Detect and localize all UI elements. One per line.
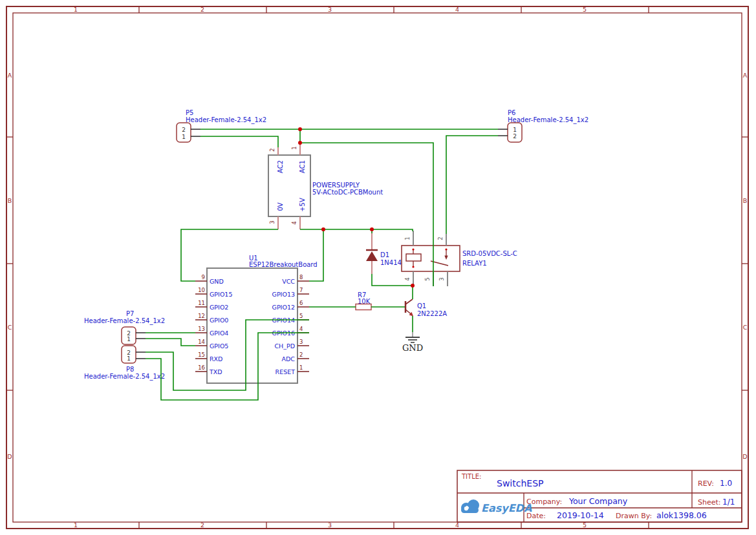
psu-ref[interactable]: POWERSUPPLY	[312, 182, 360, 189]
relay1-value[interactable]: SRD-05VDC-SL-C	[462, 250, 517, 257]
easyeda-logo: EasyEDA	[461, 499, 532, 514]
col-label-3-bottom: 3	[328, 521, 332, 529]
component-p8[interactable]: 2 1 P8 Header-Female-2.54_1x2	[84, 346, 165, 381]
row-label-b-right: B	[743, 197, 748, 204]
schematic-sheet[interactable]: 1 2 3 4 5 1 2 3 4 5 A B C D A B C D TITL…	[0, 0, 756, 535]
wire[interactable]	[300, 229, 413, 231]
q1-ref[interactable]: Q1	[417, 302, 426, 309]
wire[interactable]	[200, 136, 278, 147]
p7-pin-1: 1	[127, 336, 131, 342]
u1-pin-num-2: 2	[299, 351, 303, 358]
d1-ref[interactable]: D1	[380, 251, 389, 258]
p7-ref[interactable]: P7	[126, 310, 134, 317]
u1-pin-rxd: RXD	[210, 355, 222, 362]
col-label-2-top: 2	[200, 6, 204, 13]
sheet-value[interactable]: 1/1	[722, 498, 735, 507]
psu-pin-name-ac1: AC1	[299, 160, 306, 173]
junction-dot	[370, 227, 374, 231]
relay-pin-num-4: 4	[404, 277, 411, 280]
p5-pin-2: 2	[182, 127, 186, 133]
u1-pin-num-12: 12	[198, 313, 205, 319]
p5-ref[interactable]: P5	[186, 109, 193, 116]
col-label-1-bottom: 1	[74, 521, 78, 529]
component-relay1[interactable]: 1 2 4 5 3 SRD-05VDC-SL-C RELAY1	[402, 231, 517, 286]
u1-pin-gpio13: GPIO13	[272, 291, 295, 298]
junction-dot	[298, 127, 302, 131]
psu-pin-name-0v: 0V	[277, 202, 284, 211]
u1-pin-gpio12: GPIO12	[272, 304, 295, 311]
component-u1[interactable]: U1 ESP12BreakoutBoard 9 10 11 12 13 14 1…	[195, 255, 318, 383]
component-q1[interactable]: Q1 2N2222A	[405, 299, 447, 317]
relay-pin-num-2: 2	[437, 236, 444, 240]
component-d1[interactable]: D1 1N4148	[366, 233, 405, 274]
u1-pin-reset: RESET	[275, 368, 296, 375]
col-label-2-bottom: 2	[200, 521, 204, 529]
u1-pin-num-3: 3	[299, 339, 303, 345]
schematic-editor-canvas[interactable]: 1 2 3 4 5 1 2 3 4 5 A B C D A B C D TITL…	[0, 0, 756, 535]
relay1-ref[interactable]: RELAY1	[462, 260, 487, 267]
rev-value[interactable]: 1.0	[720, 479, 732, 488]
u1-value[interactable]: ESP12BreakoutBoard	[249, 261, 318, 268]
company-value[interactable]: Your Company	[568, 496, 628, 506]
row-label-b-left: B	[8, 197, 12, 204]
q1-value[interactable]: 2N2222A	[417, 310, 447, 317]
title-block: TITLE: SwitchESP REV: 1.0 Company: Your …	[457, 470, 742, 522]
junction-dot	[411, 284, 415, 288]
p6-pin-1: 1	[513, 127, 517, 133]
sheet-frame: 1 2 3 4 5 1 2 3 4 5 A B C D A B C D	[6, 6, 748, 529]
drawn-by-value[interactable]: alok1398.06	[656, 510, 707, 520]
title-label: TITLE:	[461, 473, 481, 480]
easyeda-logo-text: EasyEDA	[481, 502, 532, 514]
col-label-5-top: 5	[583, 6, 587, 13]
col-label-3-top: 3	[328, 6, 332, 13]
u1-pin-num-4: 4	[299, 326, 303, 332]
frame-ticks	[6, 6, 748, 529]
u1-pin-gpio5: GPIO5	[210, 342, 228, 350]
psu-value[interactable]: 5V-ACtoDC-PCBMount	[312, 189, 383, 196]
component-powersupply[interactable]: 2 1 3 4 AC2 AC1 0V +5V POWERSUPPLY 5V-AC…	[268, 143, 383, 229]
u1-pin-vcc: VCC	[282, 278, 295, 285]
schematic-title[interactable]: SwitchESP	[497, 478, 543, 488]
component-r7[interactable]: R7 10K	[356, 291, 371, 310]
component-p5[interactable]: P5 Header-Female-2.54_1x2 2 1	[177, 109, 266, 142]
p5-pin-1: 1	[182, 134, 186, 140]
row-label-c-right: C	[743, 324, 748, 331]
gnd-label: GND	[402, 343, 423, 353]
psu-pin-name-5v: +5V	[299, 198, 306, 212]
u1-pin-gnd: GND	[210, 278, 224, 285]
u1-pin-num-16: 16	[198, 364, 205, 371]
drawn-by-label: Drawn By:	[616, 512, 652, 520]
junction-dot	[298, 141, 302, 145]
psu-pin-name-ac2: AC2	[277, 160, 284, 173]
p6-pin-2: 2	[513, 133, 517, 140]
sheet-label: Sheet:	[698, 498, 721, 507]
row-label-d-right: D	[742, 453, 747, 460]
date-value[interactable]: 2019-10-14	[557, 510, 604, 520]
rev-label: REV:	[698, 479, 714, 488]
u1-pin-num-15: 15	[198, 351, 205, 358]
p8-ref[interactable]: P8	[126, 366, 134, 373]
company-label: Company:	[526, 498, 562, 506]
col-label-1-top: 1	[74, 6, 78, 13]
gnd-symbol[interactable]: GND	[402, 332, 423, 353]
psu-pin-num-2: 2	[269, 148, 275, 151]
p8-value[interactable]: Header-Female-2.54_1x2	[84, 373, 165, 381]
p5-value[interactable]: Header-Female-2.54_1x2	[186, 116, 266, 124]
u1-pin-num-6: 6	[299, 300, 303, 306]
wire[interactable]	[309, 229, 323, 281]
row-label-d-left: D	[7, 453, 12, 460]
easyeda-cloud-icon	[461, 499, 479, 513]
diode-triangle	[366, 251, 378, 261]
col-label-4-top: 4	[455, 6, 459, 13]
u1-pin-num-5: 5	[299, 313, 303, 319]
component-p7[interactable]: P7 Header-Female-2.54_1x2 2 1	[84, 310, 165, 344]
p6-ref[interactable]: P6	[508, 109, 515, 116]
relay-pin-num-1: 1	[404, 236, 411, 240]
p7-value[interactable]: Header-Female-2.54_1x2	[84, 317, 165, 325]
psu-pin-num-4: 4	[291, 221, 297, 224]
wire[interactable]	[146, 339, 195, 346]
component-p6[interactable]: P6 Header-Female-2.54_1x2 1 2	[498, 109, 589, 142]
u1-pin-num-1: 1	[299, 364, 303, 371]
wire[interactable]	[446, 136, 498, 234]
u1-pin-num-14: 14	[198, 339, 205, 345]
